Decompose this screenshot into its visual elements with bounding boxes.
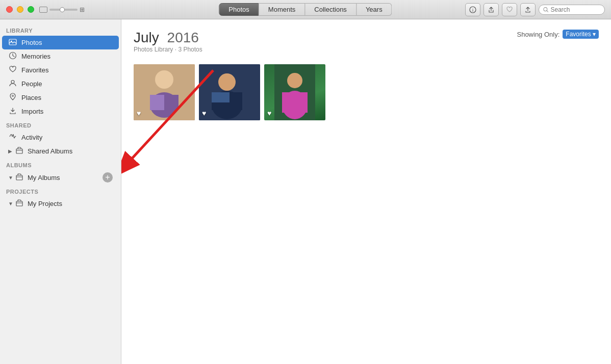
window-controls <box>0 6 34 13</box>
my-projects-icon <box>15 199 23 209</box>
resize-icon <box>39 7 47 13</box>
tab-moments[interactable]: Moments <box>259 3 305 16</box>
share-button[interactable] <box>483 3 499 16</box>
page-subtitle: Photos Library · 3 Photos <box>134 46 202 53</box>
add-album-button[interactable]: + <box>103 172 113 183</box>
sidebar-label-favorites: Favorites <box>21 66 48 74</box>
svg-point-7 <box>11 81 14 84</box>
places-icon <box>8 93 17 102</box>
svg-point-13 <box>155 70 173 89</box>
heart-icon-2: ♥ <box>202 109 206 117</box>
showing-only-label: Showing Only: <box>517 31 559 38</box>
heart-icon-3: ♥ <box>267 109 271 117</box>
photos-icon <box>8 38 17 47</box>
svg-point-23 <box>287 73 302 88</box>
sidebar: Library Photos Memories Favorites People <box>0 19 121 364</box>
resize-area: ⊞ <box>39 6 85 13</box>
heart-icon-1: ♥ <box>137 109 141 117</box>
sidebar-label-shared-albums: Shared Albums <box>28 147 72 155</box>
search-icon <box>543 7 548 13</box>
search-box[interactable] <box>539 5 605 15</box>
imports-icon <box>8 107 17 116</box>
sidebar-item-imports[interactable]: Imports <box>2 105 119 118</box>
svg-rect-25 <box>282 92 308 113</box>
albums-section-header: Albums <box>0 158 121 170</box>
photos-grid: ♥ ♥ <box>134 64 599 120</box>
sidebar-item-activity[interactable]: Activity <box>2 131 119 144</box>
favorites-dropdown[interactable]: Favorites ▾ <box>563 30 599 39</box>
tab-photos[interactable]: Photos <box>219 3 259 16</box>
sidebar-item-my-albums[interactable]: ▼ My Albums + <box>2 170 119 185</box>
svg-rect-10 <box>16 175 22 180</box>
close-button[interactable] <box>6 6 13 13</box>
projects-section-header: Projects <box>0 185 121 197</box>
memories-icon <box>8 51 17 61</box>
favorites-icon <box>8 65 17 75</box>
svg-point-18 <box>218 73 236 91</box>
expand-projects-icon: ▼ <box>8 201 13 206</box>
title-month: July <box>134 30 159 45</box>
main-content-wrapper: July 2016 Photos Library · 3 Photos Show… <box>121 19 611 364</box>
showing-only-bar: Showing Only: Favorites ▾ <box>517 30 599 39</box>
info-button[interactable]: i <box>465 3 480 16</box>
svg-point-8 <box>12 95 14 97</box>
title-year: 2016 <box>167 30 199 45</box>
tab-bar: Photos Moments Collections Years <box>219 3 392 16</box>
search-input[interactable] <box>550 6 600 13</box>
expand-icon: ▶ <box>8 148 13 154</box>
sidebar-label-my-albums: My Albums <box>28 174 103 181</box>
sidebar-label-my-projects: My Projects <box>28 200 113 207</box>
export-button[interactable] <box>520 3 536 16</box>
tab-collections[interactable]: Collections <box>305 3 357 16</box>
sidebar-label-imports: Imports <box>21 108 43 115</box>
maximize-button[interactable] <box>28 6 34 13</box>
expand-albums-icon: ▼ <box>8 175 13 180</box>
sidebar-label-memories: Memories <box>21 53 50 60</box>
library-section-header: Library <box>0 23 121 36</box>
favorite-button[interactable] <box>502 3 517 16</box>
sidebar-label-people: People <box>21 80 42 88</box>
svg-rect-21 <box>212 92 230 102</box>
shared-section-header: Shared <box>0 118 121 131</box>
minimize-button[interactable] <box>17 6 23 13</box>
photo-2[interactable]: ♥ <box>199 64 260 120</box>
svg-rect-11 <box>16 201 22 206</box>
sidebar-item-memories[interactable]: Memories <box>2 49 119 63</box>
svg-rect-16 <box>150 95 164 110</box>
main-content: July 2016 Photos Library · 3 Photos Show… <box>121 19 611 364</box>
photo-1[interactable]: ♥ <box>134 64 195 120</box>
people-icon <box>8 79 17 89</box>
sidebar-item-favorites[interactable]: Favorites <box>2 63 119 77</box>
sidebar-item-places[interactable]: Places <box>2 91 119 105</box>
full-screen-icon: ⊞ <box>80 6 85 13</box>
sidebar-label-activity: Activity <box>21 134 42 141</box>
sidebar-label-places: Places <box>21 94 41 101</box>
shared-albums-icon <box>15 146 23 156</box>
sidebar-item-people[interactable]: People <box>2 77 119 91</box>
sidebar-item-shared-albums[interactable]: ▶ Shared Albums <box>2 144 119 158</box>
title-bar: ⊞ Photos Moments Collections Years i <box>0 0 611 19</box>
activity-icon <box>8 133 17 142</box>
slider-thumb <box>60 7 65 12</box>
svg-line-3 <box>547 10 548 12</box>
svg-rect-9 <box>16 149 22 153</box>
photo-3[interactable]: ♥ <box>264 64 325 120</box>
sidebar-label-photos: Photos <box>21 39 42 46</box>
main-layout: Library Photos Memories Favorites People <box>0 19 611 364</box>
tab-years[interactable]: Years <box>357 3 392 16</box>
sidebar-item-my-projects[interactable]: ▼ My Projects <box>2 197 119 211</box>
my-albums-icon <box>15 173 23 183</box>
svg-text:i: i <box>472 8 473 13</box>
zoom-slider[interactable] <box>49 9 78 11</box>
page-title: July 2016 <box>134 30 202 46</box>
toolbar-right: i <box>465 3 605 16</box>
sidebar-item-photos[interactable]: Photos <box>2 36 119 49</box>
page-header: July 2016 Photos Library · 3 Photos Show… <box>134 30 599 61</box>
